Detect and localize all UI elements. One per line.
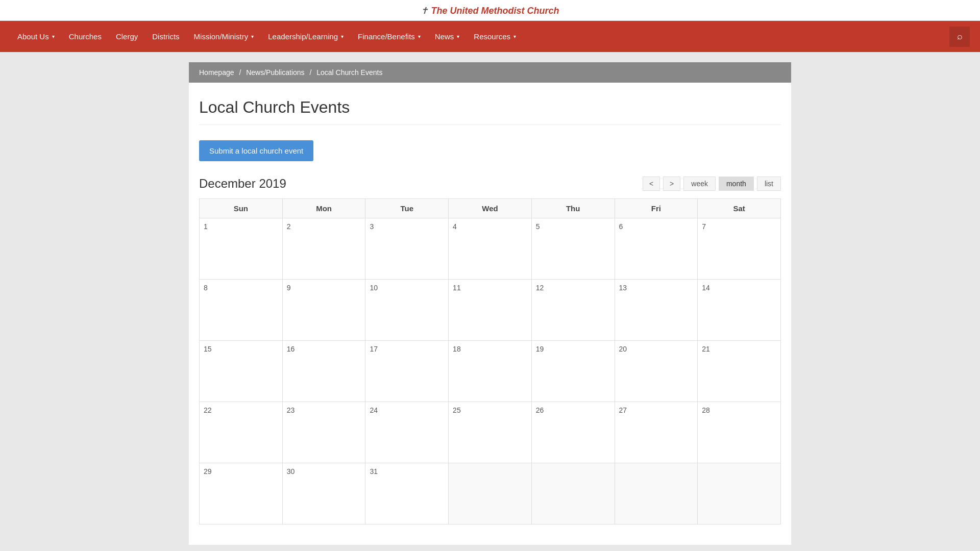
- day-number: 31: [370, 467, 444, 475]
- calendar-day-23[interactable]: 23: [282, 402, 365, 463]
- calendar-month-year: December 2019: [199, 177, 286, 191]
- page-content: Local Church Events Submit a local churc…: [189, 83, 791, 545]
- calendar-day-5[interactable]: 5: [531, 218, 615, 280]
- day-number: 29: [204, 467, 278, 475]
- nav-item-churches[interactable]: Churches: [62, 21, 109, 52]
- calendar-day-10[interactable]: 10: [365, 280, 449, 341]
- calendar-day-28[interactable]: 28: [698, 402, 781, 463]
- calendar-day-29[interactable]: 29: [200, 463, 283, 524]
- nav-link-missionministry[interactable]: Mission/Ministry▾: [187, 21, 261, 52]
- calendar-day-14[interactable]: 14: [698, 280, 781, 341]
- day-number: 12: [536, 284, 610, 292]
- calendar-day-18[interactable]: 18: [449, 341, 532, 402]
- calendar-prev-button[interactable]: <: [643, 177, 660, 191]
- calendar-day-13[interactable]: 13: [615, 280, 698, 341]
- nav-item-news[interactable]: News▾: [428, 21, 467, 52]
- nav-item-aboutus[interactable]: About Us▾: [10, 21, 62, 52]
- day-number: 27: [619, 406, 694, 414]
- calendar-day-2[interactable]: 2: [282, 218, 365, 280]
- dropdown-caret-icon: ▾: [418, 34, 421, 39]
- day-number: 26: [536, 406, 610, 414]
- calendar-day-25[interactable]: 25: [449, 402, 532, 463]
- day-number: 19: [536, 345, 610, 353]
- breadcrumb-link-2[interactable]: Local Church Events: [316, 68, 382, 77]
- calendar-month-view-button[interactable]: month: [719, 177, 754, 191]
- day-number: 18: [453, 345, 527, 353]
- calendar-day-26[interactable]: 26: [531, 402, 615, 463]
- calendar-day-9[interactable]: 9: [282, 280, 365, 341]
- breadcrumb-separator: /: [237, 68, 243, 77]
- calendar-empty-cell: [531, 463, 615, 524]
- calendar-day-30[interactable]: 30: [282, 463, 365, 524]
- breadcrumb-link-1[interactable]: News/Publications: [246, 68, 304, 77]
- calendar-day-17[interactable]: 17: [365, 341, 449, 402]
- calendar-grid: SunMonTueWedThuFriSat 123456789101112131…: [199, 198, 781, 524]
- calendar-empty-cell: [449, 463, 532, 524]
- day-number: 23: [287, 406, 361, 414]
- day-number: 9: [287, 284, 361, 292]
- calendar-day-11[interactable]: 11: [449, 280, 532, 341]
- day-number: 21: [702, 345, 776, 353]
- calendar-day-8[interactable]: 8: [200, 280, 283, 341]
- main-navigation: About Us▾ChurchesClergyDistrictsMission/…: [0, 21, 980, 52]
- breadcrumb-link-0[interactable]: Homepage: [199, 68, 234, 77]
- dropdown-caret-icon: ▾: [52, 34, 55, 39]
- calendar-week-row-2: 15161718192021: [200, 341, 781, 402]
- calendar-day-4[interactable]: 4: [449, 218, 532, 280]
- calendar-day-header-mon: Mon: [282, 199, 365, 218]
- search-button[interactable]: ⌕: [949, 27, 970, 47]
- calendar-day-24[interactable]: 24: [365, 402, 449, 463]
- nav-link-leadershiplearning[interactable]: Leadership/Learning▾: [261, 21, 351, 52]
- dropdown-caret-icon: ▾: [341, 34, 344, 39]
- calendar-list-view-button[interactable]: list: [757, 177, 781, 191]
- calendar-week-view-button[interactable]: week: [683, 177, 716, 191]
- nav-link-districts[interactable]: Districts: [145, 21, 186, 52]
- calendar-day-6[interactable]: 6: [615, 218, 698, 280]
- calendar-day-12[interactable]: 12: [531, 280, 615, 341]
- calendar-day-15[interactable]: 15: [200, 341, 283, 402]
- nav-item-leadershiplearning[interactable]: Leadership/Learning▾: [261, 21, 351, 52]
- calendar-day-header-tue: Tue: [365, 199, 449, 218]
- day-number: 13: [619, 284, 694, 292]
- nav-link-news[interactable]: News▾: [428, 21, 467, 52]
- day-number: 15: [204, 345, 278, 353]
- day-number: 2: [287, 222, 361, 231]
- day-number: 10: [370, 284, 444, 292]
- calendar-day-20[interactable]: 20: [615, 341, 698, 402]
- day-number: 6: [619, 222, 694, 231]
- day-number: 17: [370, 345, 444, 353]
- calendar-day-3[interactable]: 3: [365, 218, 449, 280]
- calendar-controls: < > week month list: [643, 177, 781, 191]
- nav-link-financebenefits[interactable]: Finance/Benefits▾: [351, 21, 428, 52]
- day-number: 22: [204, 406, 278, 414]
- nav-item-clergy[interactable]: Clergy: [109, 21, 145, 52]
- calendar-next-button[interactable]: >: [663, 177, 680, 191]
- dropdown-caret-icon: ▾: [457, 34, 459, 39]
- nav-link-clergy[interactable]: Clergy: [109, 21, 145, 52]
- calendar-day-19[interactable]: 19: [531, 341, 615, 402]
- nav-link-resources[interactable]: Resources▾: [467, 21, 523, 52]
- day-number: 28: [702, 406, 776, 414]
- calendar-day-header-sun: Sun: [200, 199, 283, 218]
- site-logo-text: The United Methodist Church: [431, 6, 559, 16]
- nav-link-aboutus[interactable]: About Us▾: [10, 21, 62, 52]
- nav-item-resources[interactable]: Resources▾: [467, 21, 523, 52]
- page-title: Local Church Events: [199, 98, 781, 125]
- calendar-day-21[interactable]: 21: [698, 341, 781, 402]
- dropdown-caret-icon: ▾: [251, 34, 254, 39]
- calendar-day-31[interactable]: 31: [365, 463, 449, 524]
- nav-item-districts[interactable]: Districts: [145, 21, 186, 52]
- calendar-day-header-wed: Wed: [449, 199, 532, 218]
- nav-item-financebenefits[interactable]: Finance/Benefits▾: [351, 21, 428, 52]
- calendar-day-7[interactable]: 7: [698, 218, 781, 280]
- calendar-day-22[interactable]: 22: [200, 402, 283, 463]
- calendar-day-header-sat: Sat: [698, 199, 781, 218]
- submit-event-button[interactable]: Submit a local church event: [199, 140, 313, 161]
- calendar-day-1[interactable]: 1: [200, 218, 283, 280]
- calendar-day-16[interactable]: 16: [282, 341, 365, 402]
- nav-list: About Us▾ChurchesClergyDistrictsMission/…: [10, 21, 523, 52]
- nav-link-churches[interactable]: Churches: [62, 21, 109, 52]
- nav-item-missionministry[interactable]: Mission/Ministry▾: [187, 21, 261, 52]
- calendar-day-27[interactable]: 27: [615, 402, 698, 463]
- dropdown-caret-icon: ▾: [513, 34, 516, 39]
